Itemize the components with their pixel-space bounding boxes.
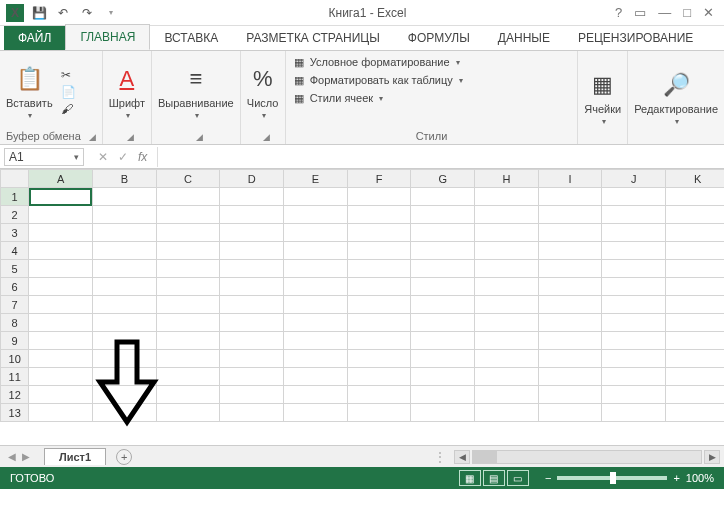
cell[interactable] [220,224,284,242]
zoom-out-button[interactable]: − [545,472,551,484]
cell[interactable] [666,260,724,278]
column-header[interactable]: F [347,170,411,188]
cell[interactable] [220,278,284,296]
cell[interactable] [602,242,666,260]
cell[interactable] [220,242,284,260]
cell[interactable] [92,332,156,350]
cell[interactable] [284,332,348,350]
cell[interactable] [29,296,93,314]
sheet-nav-prev-icon[interactable]: ◀ [8,451,16,462]
cell[interactable] [29,386,93,404]
cell[interactable] [156,188,220,206]
cell[interactable] [475,404,539,422]
sheet-tab-active[interactable]: Лист1 [44,448,106,465]
cell[interactable] [602,206,666,224]
cell[interactable] [538,296,602,314]
cell[interactable] [666,404,724,422]
zoom-percent[interactable]: 100% [686,472,714,484]
sheet-nav-next-icon[interactable]: ▶ [22,451,30,462]
column-header[interactable]: J [602,170,666,188]
cell[interactable] [602,296,666,314]
cell[interactable] [411,332,475,350]
cell[interactable] [156,314,220,332]
cell[interactable] [92,404,156,422]
accept-formula-icon[interactable]: ✓ [118,150,128,164]
cell[interactable] [538,368,602,386]
row-header[interactable]: 1 [1,188,29,206]
cell[interactable] [602,368,666,386]
cell[interactable] [347,404,411,422]
row-header[interactable]: 13 [1,404,29,422]
cell[interactable] [347,296,411,314]
cell[interactable] [92,350,156,368]
redo-icon[interactable]: ↷ [78,4,96,22]
cell[interactable] [220,206,284,224]
cell[interactable] [156,206,220,224]
cell[interactable] [411,404,475,422]
tab-formulas[interactable]: ФОРМУЛЫ [394,26,484,50]
cell[interactable] [475,188,539,206]
cell[interactable] [602,278,666,296]
cell[interactable] [29,260,93,278]
cell[interactable] [347,260,411,278]
cell[interactable] [347,368,411,386]
cell[interactable] [538,404,602,422]
column-header[interactable]: B [92,170,156,188]
minimize-icon[interactable]: — [658,5,671,20]
cell[interactable] [475,296,539,314]
cell[interactable] [284,206,348,224]
cell[interactable] [666,332,724,350]
select-all-corner[interactable] [1,170,29,188]
cell[interactable] [475,278,539,296]
cell[interactable] [220,368,284,386]
cell[interactable] [602,332,666,350]
cell[interactable] [475,368,539,386]
formula-input[interactable] [157,147,724,167]
dialog-launcher-icon[interactable]: ◢ [127,132,134,142]
row-header[interactable]: 7 [1,296,29,314]
scroll-thumb[interactable] [473,451,497,463]
cell[interactable] [347,314,411,332]
cell[interactable] [284,314,348,332]
cell[interactable] [220,332,284,350]
cell[interactable] [284,296,348,314]
cell[interactable] [92,260,156,278]
cell[interactable] [284,188,348,206]
worksheet-grid[interactable]: ABCDEFGHIJK 12345678910111213 [0,169,724,445]
tab-data[interactable]: ДАННЫЕ [484,26,564,50]
save-icon[interactable]: 💾 [30,4,48,22]
dialog-launcher-icon[interactable]: ◢ [89,132,96,142]
cell[interactable] [284,242,348,260]
cell[interactable] [602,260,666,278]
cell[interactable] [156,350,220,368]
fx-icon[interactable]: fx [138,150,147,164]
cell[interactable] [411,386,475,404]
font-color-button[interactable]: A Шрифт ▾ [109,63,145,120]
cell[interactable] [156,260,220,278]
cell[interactable] [156,224,220,242]
cell[interactable] [347,242,411,260]
zoom-slider[interactable] [557,476,667,480]
tab-file[interactable]: ФАЙЛ [4,26,65,50]
cell[interactable] [411,350,475,368]
row-header[interactable]: 10 [1,350,29,368]
cell[interactable] [29,242,93,260]
dialog-launcher-icon[interactable]: ◢ [196,132,203,142]
cell[interactable] [29,368,93,386]
cell[interactable] [475,350,539,368]
tab-review[interactable]: РЕЦЕНЗИРОВАНИЕ [564,26,707,50]
cell[interactable] [475,386,539,404]
cell[interactable] [220,188,284,206]
cell[interactable] [29,206,93,224]
cell[interactable] [29,404,93,422]
cell[interactable] [666,350,724,368]
help-icon[interactable]: ? [615,5,622,20]
cell[interactable] [92,224,156,242]
number-format-button[interactable]: % Число ▾ [247,63,279,120]
cell[interactable] [29,278,93,296]
cell[interactable] [29,188,93,206]
cut-icon[interactable]: ✂ [61,68,76,82]
cell[interactable] [347,386,411,404]
cell[interactable] [602,224,666,242]
cell[interactable] [284,368,348,386]
